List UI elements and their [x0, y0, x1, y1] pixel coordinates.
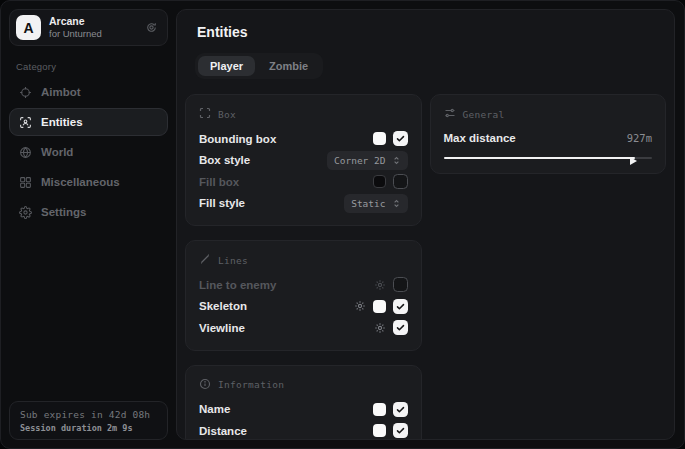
color-swatch[interactable]: [373, 132, 386, 145]
layout-grid-icon: [19, 176, 32, 189]
sidebar-item-entities[interactable]: Entities: [9, 108, 168, 136]
sidebar-nav: Aimbot Entities World: [9, 78, 168, 226]
setting-row-max-distance: Max distance 927m: [444, 128, 653, 148]
box-section-card: Box Bounding box Box style: [185, 94, 422, 226]
setting-row-distance: Distance: [199, 420, 408, 440]
arcane-window: A Arcane for Unturned Category: [0, 0, 685, 449]
setting-row-skeleton: Skeleton: [199, 296, 408, 318]
sidebar-item-label: Aimbot: [41, 86, 81, 98]
setting-row-box-style: Box style Corner 2D: [199, 150, 408, 172]
gear-icon: [19, 206, 32, 219]
app-logo: A: [16, 15, 41, 40]
setting-label: Skeleton: [199, 300, 354, 312]
distance-checkbox[interactable]: [393, 423, 408, 438]
gear-icon[interactable]: [374, 279, 386, 291]
sidebar-item-label: Miscellaneous: [41, 176, 120, 188]
color-swatch[interactable]: [373, 175, 386, 188]
sidebar: A Arcane for Unturned Category: [1, 1, 176, 448]
sidebar-item-settings[interactable]: Settings: [9, 198, 168, 226]
setting-label: Max distance: [444, 132, 627, 144]
scan-person-icon: [19, 116, 32, 129]
globe-icon: [19, 146, 32, 159]
sidebar-item-label: Settings: [41, 206, 86, 218]
setting-label: Viewline: [199, 322, 374, 334]
section-title: Lines: [218, 255, 248, 266]
main-panel: Entities Player Zombie Box: [176, 9, 675, 440]
sidebar-item-world[interactable]: World: [9, 138, 168, 166]
sidebar-item-label: Entities: [41, 116, 83, 128]
max-distance-slider[interactable]: [444, 153, 653, 162]
session-duration-text: Session duration 2m 9s: [20, 423, 157, 433]
sidebar-item-aimbot[interactable]: Aimbot: [9, 78, 168, 106]
sidebar-item-miscellaneous[interactable]: Miscellaneous: [9, 168, 168, 196]
setting-row-fill-box: Fill box: [199, 171, 408, 193]
setting-label: Fill box: [199, 176, 373, 188]
sub-expiry-text: Sub expires in 42d 08h: [20, 409, 157, 420]
sliders-icon: [444, 107, 456, 121]
setting-label: Line to enemy: [199, 279, 374, 291]
viewline-checkbox[interactable]: [393, 320, 408, 335]
setting-label: Box style: [199, 154, 327, 166]
setting-row-viewline: Viewline: [199, 317, 408, 339]
section-title: Information: [218, 379, 284, 390]
general-section-card: General Max distance 927m: [430, 94, 667, 174]
name-checkbox[interactable]: [393, 402, 408, 417]
box-style-dropdown[interactable]: Corner 2D: [327, 151, 407, 170]
line-to-enemy-checkbox[interactable]: [393, 277, 408, 292]
app-name: Arcane: [49, 15, 102, 28]
setting-label: Fill style: [199, 197, 344, 209]
setting-row-fill-style: Fill style Static: [199, 193, 408, 215]
max-distance-slider-fill: [444, 157, 636, 160]
setting-label: Bounding box: [199, 133, 373, 145]
bounding-box-checkbox[interactable]: [393, 131, 408, 146]
fill-style-dropdown[interactable]: Static: [344, 194, 407, 213]
information-section-card: Information Name Distance: [185, 365, 422, 441]
sync-icon[interactable]: [145, 21, 158, 34]
dropdown-value: Static: [351, 198, 385, 209]
dropdown-value: Corner 2D: [334, 155, 385, 166]
info-icon: [199, 378, 211, 392]
gear-icon[interactable]: [354, 300, 366, 312]
max-distance-value: 927m: [627, 132, 652, 144]
slider-thumb-icon[interactable]: [630, 157, 637, 165]
tab-zombie[interactable]: Zombie: [257, 56, 320, 76]
app-title-block: Arcane for Unturned: [49, 15, 102, 40]
diagonal-line-icon: [199, 253, 211, 267]
chevron-updown-icon: [392, 156, 401, 165]
category-label: Category: [16, 61, 168, 72]
entity-tabs: Player Zombie: [195, 53, 323, 79]
lines-section-card: Lines Line to enemy: [185, 240, 422, 351]
setting-row-bounding-box: Bounding box: [199, 128, 408, 150]
box-corners-icon: [199, 107, 211, 121]
setting-row-name: Name: [199, 399, 408, 421]
app-header-card: A Arcane for Unturned: [9, 9, 168, 46]
skeleton-checkbox[interactable]: [393, 299, 408, 314]
fill-box-checkbox[interactable]: [393, 174, 408, 189]
chevron-updown-icon: [392, 199, 401, 208]
subscription-info-card: Sub expires in 42d 08h Session duration …: [9, 401, 168, 440]
setting-label: Name: [199, 403, 373, 415]
app-subtitle: for Unturned: [49, 28, 102, 40]
color-swatch[interactable]: [373, 300, 386, 313]
page-title: Entities: [197, 24, 666, 40]
color-swatch[interactable]: [373, 424, 386, 437]
gear-icon[interactable]: [374, 322, 386, 334]
setting-row-line-to-enemy: Line to enemy: [199, 274, 408, 296]
app-logo-letter: A: [23, 20, 33, 36]
color-swatch[interactable]: [373, 403, 386, 416]
section-title: General: [463, 109, 505, 120]
section-title: Box: [218, 109, 236, 120]
setting-label: Distance: [199, 425, 373, 437]
tab-player[interactable]: Player: [198, 56, 255, 76]
crosshair-icon: [19, 86, 32, 99]
sidebar-item-label: World: [41, 146, 73, 158]
